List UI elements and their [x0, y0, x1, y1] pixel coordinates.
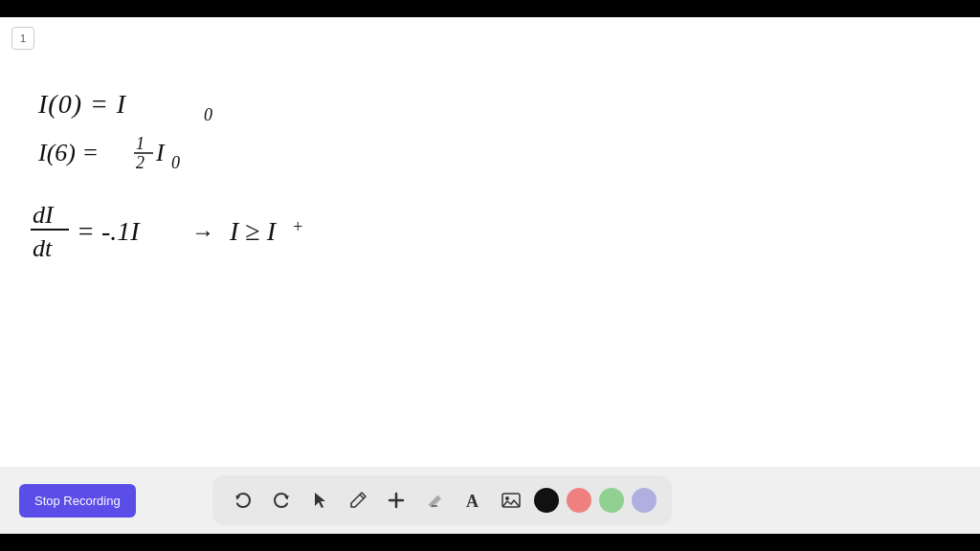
svg-text:0: 0 — [171, 153, 180, 172]
drawing-toolbar: A — [212, 475, 672, 525]
svg-text:I: I — [155, 139, 166, 166]
svg-text:I ≥ I: I ≥ I — [229, 216, 278, 246]
color-black-button[interactable] — [534, 488, 559, 513]
color-green-button[interactable] — [599, 488, 624, 513]
page-number: 1 — [11, 27, 34, 50]
svg-text:I(0) = I: I(0) = I — [37, 89, 127, 119]
undo-button[interactable] — [226, 483, 260, 518]
handwritten-math: I(0) = I 0 I(6) = 1 2 I 0 dI dt = -.1I — [29, 65, 431, 333]
svg-marker-15 — [315, 493, 325, 508]
add-icon — [387, 491, 406, 510]
math-content: I(0) = I 0 I(6) = 1 2 I 0 dI dt = -.1I — [29, 65, 431, 337]
stop-recording-button[interactable]: Stop Recording — [19, 484, 136, 518]
image-button[interactable] — [494, 483, 528, 518]
bottom-toolbar: Stop Recording — [0, 467, 980, 534]
add-button[interactable] — [379, 483, 413, 518]
pen-button[interactable] — [341, 483, 375, 518]
text-button[interactable]: A — [456, 483, 490, 518]
color-pink-button[interactable] — [567, 488, 591, 513]
svg-text:dI: dI — [33, 201, 55, 229]
svg-text:1: 1 — [136, 134, 145, 153]
svg-point-23 — [505, 496, 509, 500]
highlighter-button[interactable] — [417, 483, 452, 518]
svg-text:A: A — [466, 492, 479, 510]
text-icon: A — [463, 491, 482, 510]
svg-text:→: → — [191, 219, 214, 245]
svg-text:0: 0 — [204, 105, 212, 124]
cursor-icon — [310, 491, 329, 510]
svg-text:+: + — [292, 217, 303, 236]
svg-text:I(6) =: I(6) = — [37, 139, 99, 166]
select-button[interactable] — [302, 483, 337, 518]
highlighter-icon — [425, 491, 444, 510]
pen-icon — [348, 491, 368, 510]
svg-text:2: 2 — [136, 153, 145, 172]
color-purple-button[interactable] — [632, 488, 657, 513]
image-icon — [501, 491, 522, 510]
undo-icon — [234, 491, 253, 510]
svg-text:dt: dt — [33, 234, 53, 262]
redo-button[interactable] — [264, 483, 299, 518]
svg-line-16 — [360, 495, 364, 498]
svg-text:= -.1I: = -.1I — [77, 216, 141, 246]
redo-icon — [272, 491, 291, 510]
